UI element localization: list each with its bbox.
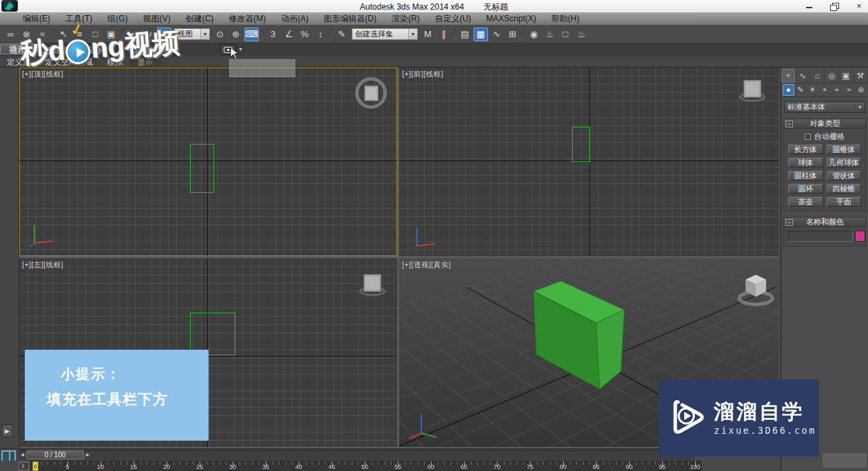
viewport-left-label[interactable]: [+][左][线框] [22, 260, 63, 270]
cp-tab-create[interactable]: + [781, 69, 796, 83]
cp-tab-modify[interactable]: ∿ [796, 69, 810, 83]
select-and-manipulate-icon[interactable]: ⊕ [229, 28, 243, 41]
cp-sub-lights[interactable]: ☀ [807, 84, 818, 96]
cp-tab-motion[interactable]: ◎ [825, 69, 839, 83]
primitive-button[interactable]: 管状体 [827, 171, 862, 180]
cp-sub-helpers[interactable]: + [831, 84, 843, 96]
material-editor-icon[interactable]: ◉ [527, 28, 541, 41]
ruler-label: 25 [183, 463, 216, 471]
cp-tab-display[interactable]: ▣ [839, 69, 854, 83]
mouse-cursor [230, 47, 240, 61]
grid-axis [589, 67, 590, 256]
tip-title: 小提示： [61, 365, 121, 384]
snap-toggle-3d-icon[interactable]: 3 [266, 28, 280, 41]
panel-corner-decoration [823, 453, 867, 468]
keyboard-override-icon[interactable]: ⌨ [244, 28, 259, 41]
menu-item[interactable]: 编辑(E) [15, 12, 58, 25]
toolbar-separator[interactable] [454, 28, 455, 41]
menu-item[interactable]: 自定义(U) [427, 12, 479, 25]
box-wireframe-top[interactable] [190, 144, 214, 193]
edit-named-selection-sets-icon[interactable]: ✎ [335, 28, 349, 41]
box-wireframe-left[interactable] [190, 313, 235, 355]
menu-item[interactable]: MAXScript(X) [478, 12, 544, 25]
viewport-top[interactable]: [+][顶][线框] [19, 67, 397, 256]
angle-snap-icon[interactable]: ∠ [282, 28, 296, 41]
render-production-icon[interactable]: ♨ [574, 28, 589, 41]
menu-item[interactable]: 动画(A) [273, 12, 316, 25]
minimize-button[interactable] [805, 1, 814, 11]
cp-sub-geometry[interactable]: ● [783, 84, 794, 96]
tip-body: 填充在工具栏下方 [47, 390, 168, 409]
reference-coordinate-dropdown[interactable]: 视图 ▼ [174, 28, 210, 40]
layer-manager-icon[interactable]: ▤ [458, 28, 472, 41]
primitive-button[interactable]: 茶壶 [788, 197, 823, 207]
cp-sub-space-warps[interactable]: ≈ [843, 84, 855, 96]
align-icon[interactable]: ∥ [436, 28, 451, 41]
spinner-snap-icon[interactable]: ↕ [313, 28, 328, 41]
use-pivot-center-icon[interactable]: ⊙ [213, 28, 227, 41]
object-type-rollout-header[interactable]: − 对象类型 [784, 119, 865, 129]
cp-sub-shapes[interactable]: ✎ [795, 84, 807, 96]
schematic-view-icon[interactable]: ⊞ [505, 28, 520, 41]
autogrid-checkbox[interactable] [805, 134, 811, 140]
document-title: 无标题 [483, 2, 508, 12]
next-frame-button[interactable]: ► [84, 450, 92, 460]
curve-editor-icon[interactable]: ∿ [489, 28, 504, 41]
primitive-button[interactable]: 圆柱体 [788, 171, 823, 180]
viewcube-3d[interactable] [737, 272, 778, 308]
primitive-category-dropdown[interactable]: 标准基本体 ▼ [784, 101, 865, 113]
viewport-perspective-label[interactable]: [+][透视][真实] [402, 260, 451, 270]
mirror-icon[interactable]: M [421, 28, 435, 41]
menu-item[interactable]: 帮助(H) [544, 12, 587, 25]
cp-tab-utilities[interactable]: ⚒ [854, 69, 868, 83]
primitive-button[interactable]: 球体 [788, 158, 823, 167]
menu-item[interactable]: 创建(C) [178, 12, 222, 25]
viewport-front-label[interactable]: [+][前][线框] [402, 70, 443, 79]
name-color-rollout-header[interactable]: − 名称和颜色 [784, 218, 865, 227]
menu-item[interactable]: 修改器(M) [221, 12, 273, 25]
ruler-label: 35 [249, 463, 282, 471]
named-selection-sets-dropdown[interactable]: 创建选择集 ▼ [352, 28, 418, 40]
object-color-swatch[interactable] [855, 231, 865, 242]
mini-curve-editor-button[interactable] [19, 462, 29, 470]
primitive-button[interactable]: 圆环 [788, 184, 823, 193]
expand-panel-button[interactable]: ▶ [1, 424, 13, 437]
time-slider[interactable]: 0 / 100 [26, 450, 84, 459]
chevron-down-icon: ▼ [408, 29, 417, 39]
menu-item[interactable]: 组(G) [100, 12, 135, 25]
render-setup-icon[interactable]: ♨ [542, 28, 557, 41]
primitive-button[interactable]: 平面 [827, 197, 862, 207]
time-slider-track[interactable]: ◄ 0 / 100 ► [19, 450, 694, 460]
track-bar[interactable]: 5101520253035404550556065707580859095100… [0, 461, 781, 471]
primitive-button[interactable]: 四棱锥 [827, 184, 862, 193]
3ds-max-window: Autodesk 3ds Max 2014 x64无标题 × 编辑(E)工具(T… [0, 0, 868, 471]
toolbar-separator[interactable] [262, 28, 263, 41]
primitive-button[interactable]: 几何球体 [827, 158, 862, 167]
restore-button[interactable] [829, 1, 839, 11]
menu-item[interactable]: 图形编辑器(D) [316, 12, 384, 25]
play-button-icon [65, 39, 92, 65]
box-wireframe-front[interactable] [572, 127, 590, 162]
toolbar-separator[interactable] [522, 28, 524, 41]
viewport-front[interactable]: [+][前][线框] [399, 67, 779, 256]
previous-frame-button[interactable]: ◄ [19, 450, 26, 460]
rendered-frame-window-icon[interactable]: □ [558, 28, 573, 41]
viewcube[interactable] [364, 85, 379, 101]
select-and-link-icon[interactable]: ∞ [3, 28, 18, 41]
ruler-label: 95 [646, 463, 679, 471]
toolbar-separator[interactable] [330, 28, 332, 41]
cp-sub-systems[interactable]: ⊚ [855, 84, 867, 96]
primitive-button[interactable]: 圆锥体 [827, 145, 862, 154]
percent-snap-icon[interactable]: % [297, 28, 312, 41]
menu-item[interactable]: 视图(V) [136, 12, 178, 25]
close-button[interactable]: × [854, 1, 864, 11]
graphite-ribbon-toggle-icon[interactable]: ▦ [474, 28, 488, 41]
cp-tab-hierarchy[interactable]: ⌂ [810, 69, 825, 83]
menu-item[interactable]: 渲染(R) [384, 12, 427, 25]
current-frame-marker[interactable]: 0 [32, 461, 39, 471]
primitive-button[interactable]: 长方体 [788, 145, 823, 154]
autogrid-label: 自动栅格 [814, 132, 845, 142]
cp-sub-cameras[interactable]: ⌖ [819, 84, 831, 96]
object-name-input[interactable] [788, 231, 853, 242]
ruler-label: 5 [51, 463, 84, 471]
